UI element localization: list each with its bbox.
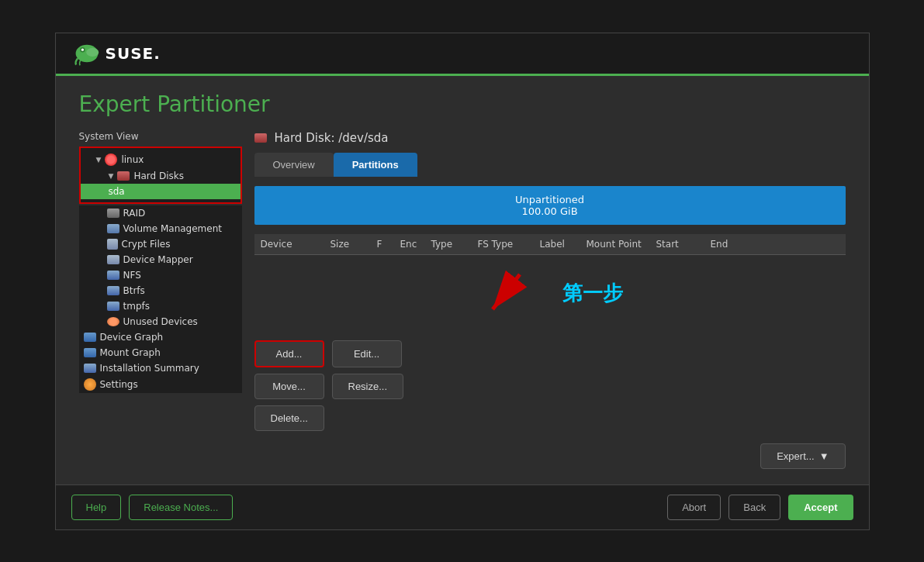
help-button[interactable]: Help <box>71 495 122 520</box>
bottom-bar-right: Abort Back Accept <box>667 495 853 520</box>
sidebar-item-sda[interactable]: sda <box>81 184 241 199</box>
action-buttons: Add... Edit... Move... Resize... Delete.… <box>254 340 846 469</box>
sidebar-item-btrfs[interactable]: Btrfs <box>79 283 242 298</box>
col-size: Size <box>330 239 377 250</box>
vol-icon <box>107 224 119 233</box>
expert-button-label: Expert... <box>777 450 814 462</box>
unpartitioned-label: Unpartitioned <box>515 194 584 205</box>
suse-logo: SUSE. <box>71 41 161 66</box>
release-notes-button[interactable]: Release Notes... <box>129 495 233 520</box>
sidebar-item-label: Btrfs <box>123 285 145 296</box>
expert-chevron-icon: ▼ <box>819 450 829 462</box>
expert-area: Expert... ▼ <box>254 443 846 469</box>
col-label: Label <box>540 239 587 250</box>
sidebar-item-settings[interactable]: Settings <box>79 376 242 393</box>
hdd-panel-icon <box>254 133 267 143</box>
col-enc: Enc <box>400 239 431 250</box>
sidebar-item-label: Settings <box>100 379 138 390</box>
sidebar-item-label: linux <box>121 154 144 165</box>
crypt-icon <box>107 239 118 250</box>
sidebar-item-label: Hard Disks <box>133 171 184 181</box>
sidebar-plain: RAID Volume Management Crypt Files Devic… <box>79 205 242 329</box>
add-button[interactable]: Add... <box>254 340 324 367</box>
bottom-bar: Help Release Notes... Abort Back Accept <box>56 484 869 529</box>
sidebar-item-label: sda <box>109 186 125 197</box>
sidebar-item-device-graph[interactable]: Device Graph <box>79 329 242 345</box>
primary-btn-row: Add... Edit... <box>254 340 846 367</box>
unpartitioned-bar: Unpartitioned 100.00 GiB <box>254 186 846 225</box>
tree-container: ▼ linux ▼ Hard Disks sda <box>79 147 242 204</box>
sidebar-item-mount-graph[interactable]: Mount Graph <box>79 345 242 360</box>
tmpfs-icon <box>107 302 119 311</box>
col-mount: Mount Point <box>587 239 656 250</box>
sidebar-item-nfs[interactable]: NFS <box>79 267 242 283</box>
disk-icon <box>105 153 117 166</box>
sidebar-item-installation-summary[interactable]: Installation Summary <box>79 360 242 376</box>
secondary-btn-row: Move... Resize... <box>254 374 846 399</box>
red-arrow <box>477 267 531 321</box>
install-icon <box>84 364 96 373</box>
sidebar-item-volume-management[interactable]: Volume Management <box>79 221 242 236</box>
sidebar-item-device-mapper[interactable]: Device Mapper <box>79 252 242 267</box>
svg-point-2 <box>81 48 83 50</box>
panel-title: Hard Disk: /dev/sda <box>275 131 389 145</box>
main-panel: Hard Disk: /dev/sda Overview Partitions … <box>254 131 846 469</box>
mapper-icon <box>107 255 119 264</box>
table-header: Device Size F Enc Type FS Type Label Mou… <box>254 234 846 255</box>
btrfs-icon <box>107 286 119 295</box>
sidebar: System View ▼ linux ▼ Hard Disks <box>79 131 242 469</box>
back-button[interactable]: Back <box>728 495 780 520</box>
col-fstype: FS Type <box>478 239 540 250</box>
tab-partitions[interactable]: Partitions <box>334 153 417 177</box>
tab-overview[interactable]: Overview <box>254 153 334 177</box>
accept-button[interactable]: Accept <box>788 495 853 520</box>
annotation-text: 第一步 <box>562 280 623 307</box>
expert-button[interactable]: Expert... ▼ <box>760 443 845 469</box>
unpartitioned-size: 100.00 GiB <box>521 205 577 217</box>
sidebar-item-tmpfs[interactable]: tmpfs <box>79 298 242 314</box>
move-button[interactable]: Move... <box>254 374 324 399</box>
sidebar-item-label: Device Graph <box>100 332 164 343</box>
abort-button[interactable]: Abort <box>667 495 721 520</box>
chameleon-icon <box>71 41 102 66</box>
top-bar: SUSE. <box>56 33 869 76</box>
sidebar-item-hard-disks[interactable]: ▼ Hard Disks <box>81 168 241 184</box>
sidebar-item-label: RAID <box>123 208 146 219</box>
col-f: F <box>377 239 400 250</box>
edit-button[interactable]: Edit... <box>332 340 402 367</box>
system-view-label: System View <box>79 131 242 142</box>
sidebar-item-label: Crypt Files <box>122 239 171 250</box>
chevron-icon: ▼ <box>109 172 114 180</box>
sidebar-item-label: tmpfs <box>123 301 151 312</box>
main-content: Expert Partitioner System View ▼ linux ▼ <box>56 76 869 484</box>
unused-icon <box>107 317 119 326</box>
col-device: Device <box>261 239 330 250</box>
hdd-icon <box>117 171 130 181</box>
sidebar-item-label: NFS <box>123 270 141 281</box>
device-graph-icon <box>84 333 96 342</box>
sidebar-item-unused-devices[interactable]: Unused Devices <box>79 314 242 329</box>
sidebar-item-raid[interactable]: RAID <box>79 205 242 221</box>
resize-button[interactable]: Resize... <box>332 374 404 399</box>
chevron-icon: ▼ <box>96 156 102 164</box>
suse-label: SUSE. <box>106 44 161 63</box>
sidebar-item-linux[interactable]: ▼ linux <box>81 151 241 168</box>
sidebar-item-label: Unused Devices <box>123 316 198 327</box>
sidebar-bottom-items: Device Graph Mount Graph Installation Su… <box>79 329 242 393</box>
raid-icon <box>107 209 119 218</box>
tertiary-btn-row: Delete... <box>254 405 846 431</box>
page-title: Expert Partitioner <box>79 91 846 117</box>
nfs-icon <box>107 271 119 280</box>
sidebar-item-label: Device Mapper <box>123 254 193 265</box>
mount-graph-icon <box>84 348 96 357</box>
col-type: Type <box>431 239 478 250</box>
sidebar-item-label: Mount Graph <box>100 347 161 358</box>
col-start: Start <box>656 239 711 250</box>
col-end: End <box>711 239 757 250</box>
panel-header: Hard Disk: /dev/sda <box>254 131 846 145</box>
delete-button[interactable]: Delete... <box>254 405 324 431</box>
settings-icon <box>84 378 96 391</box>
svg-point-3 <box>86 47 99 56</box>
sidebar-item-label: Volume Management <box>123 223 223 234</box>
sidebar-item-crypt-files[interactable]: Crypt Files <box>79 236 242 252</box>
